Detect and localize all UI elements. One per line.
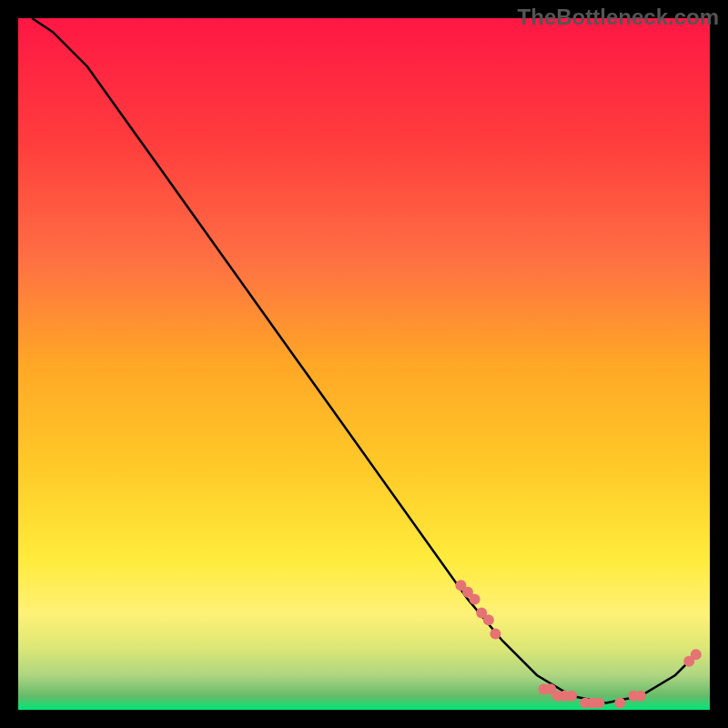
data-point xyxy=(635,691,646,702)
data-point xyxy=(490,628,500,639)
chart-container xyxy=(0,0,728,728)
data-point xyxy=(566,691,577,702)
data-point xyxy=(470,593,480,604)
watermark-text: TheBottleneck.com xyxy=(518,5,719,30)
data-point xyxy=(614,697,625,708)
data-point xyxy=(593,697,604,708)
gradient-background xyxy=(18,18,710,710)
data-point xyxy=(691,649,702,660)
data-point xyxy=(483,614,494,625)
chart-svg xyxy=(0,0,728,728)
